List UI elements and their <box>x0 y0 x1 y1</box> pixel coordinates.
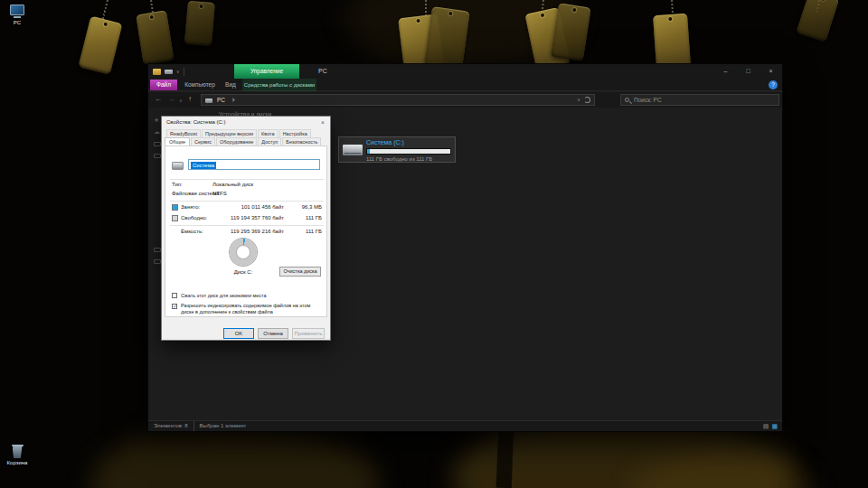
used-space-swatch-icon <box>172 204 178 211</box>
up-icon[interactable]: ↑ <box>188 95 192 103</box>
file-menu-button[interactable]: Файл <box>150 80 177 90</box>
selection-count: Выбран 1 элемент <box>193 421 247 431</box>
drive-icon <box>343 145 363 155</box>
quick-access-star-icon[interactable]: ★ <box>154 117 159 124</box>
explorer-app-icon <box>153 69 161 75</box>
drive-name: Система (C:) <box>366 139 404 145</box>
dialog-close-icon[interactable]: × <box>316 117 330 128</box>
forward-icon[interactable]: → <box>167 95 175 103</box>
pc-breadcrumb-icon <box>205 99 212 103</box>
search-input[interactable]: Поиск: PC <box>620 94 779 106</box>
items-count: Элементов: 8 <box>154 421 188 431</box>
recycle-bin-icon-lid <box>12 445 24 446</box>
desktop-icon-label: Корзина <box>2 460 33 465</box>
tab-computer[interactable]: Компьютер <box>181 79 219 91</box>
network-icon[interactable] <box>154 154 161 158</box>
tab-quota[interactable]: Квота <box>258 129 278 137</box>
pie-chart-label: Диск C: <box>216 269 270 275</box>
drive-usage-bar-used <box>367 149 370 154</box>
dialog-title: Свойства: Система (C:) <box>166 117 226 128</box>
refresh-icon[interactable] <box>584 97 590 103</box>
drive-usage-bar <box>366 148 451 155</box>
pc-icon-stand <box>14 16 21 18</box>
compress-checkbox-label[interactable]: Сжать этот диск для экономии места <box>181 293 324 299</box>
dog-tag-decoration <box>79 16 123 75</box>
type-value: Локальный диск <box>212 182 285 188</box>
chevron-down-icon[interactable]: ∨ <box>176 69 180 75</box>
breadcrumb[interactable]: PC <box>217 95 225 105</box>
capacity-label: Ёмкость: <box>181 229 203 235</box>
breadcrumb-chevron-icon[interactable] <box>231 98 234 101</box>
drive-free-space-text: 111 ГБ свободно из 111 ГБ <box>366 156 432 162</box>
this-pc-icon[interactable] <box>154 142 161 146</box>
ok-button[interactable]: OK <box>223 328 254 339</box>
index-checkbox-label[interactable]: Разрешить индексировать содержимое файло… <box>181 303 322 314</box>
help-icon[interactable]: ? <box>769 80 778 89</box>
nav-drive-icon[interactable] <box>154 259 161 264</box>
tab-hardware[interactable]: Оборудование <box>216 137 257 145</box>
check-icon: ✓ <box>173 303 177 309</box>
window-title: PC <box>318 64 327 79</box>
address-dropdown-icon[interactable]: ∨ <box>577 95 580 105</box>
dog-tag-decoration <box>551 3 591 61</box>
tab-manage[interactable]: Управление <box>234 64 299 79</box>
used-space-row: Занято: 101 011 456 байт 96,3 МБ <box>165 204 326 211</box>
type-label: Тип: <box>172 182 183 188</box>
disk-cleanup-button[interactable]: Очистка диска <box>279 267 321 277</box>
tab-tools[interactable]: Сервис <box>191 137 215 145</box>
compress-checkbox[interactable] <box>172 293 177 298</box>
tab-drive-tools[interactable]: Средства работы с дисками <box>242 79 316 91</box>
recent-locations-chevron-icon[interactable]: ∨ <box>179 98 183 103</box>
tab-sharing[interactable]: Доступ <box>258 137 281 145</box>
window-controls: – □ × <box>714 64 782 79</box>
onedrive-cloud-icon[interactable]: ☁ <box>154 128 160 136</box>
free-space-size: 111 ГБ <box>288 215 322 221</box>
explorer-addressbar: ← → ∨ ↑ PC ∨ Поиск: PC <box>148 92 782 108</box>
filesystem-row: Файловая система: NTFS <box>165 191 326 198</box>
disk-properties-dialog: Свойства: Система (C:) × ReadyBoostПреды… <box>161 116 331 341</box>
tab-view[interactable]: Вид <box>221 79 241 91</box>
dog-tag-decoration <box>136 10 174 65</box>
back-icon[interactable]: ← <box>155 95 162 103</box>
index-checkbox[interactable]: ✓ <box>172 304 177 309</box>
toolbar-separator <box>184 68 184 76</box>
ribbon-tab-bar: Файл Компьютер Вид Средства работы с дис… <box>148 79 782 91</box>
cancel-button[interactable]: Отмена <box>258 328 288 339</box>
disk-usage-pie-chart <box>230 239 257 266</box>
free-space-label: Свободно: <box>181 215 207 221</box>
desktop-icon-recycle-bin[interactable]: Корзина <box>2 445 33 465</box>
address-field[interactable]: PC ∨ <box>201 94 595 106</box>
statusbar-text: Элементов: 8 Выбран 1 элемент <box>154 421 246 431</box>
wallpaper-glow <box>90 425 380 488</box>
used-space-bytes: 101 011 456 байт <box>215 204 284 211</box>
quick-access-toolbar: ∨ <box>153 68 184 76</box>
nav-drive-icon[interactable] <box>154 248 161 252</box>
dog-tag-decoration <box>796 0 839 42</box>
drive-icon <box>172 162 184 170</box>
tab-customize[interactable]: Настройка <box>279 129 311 137</box>
type-row: Тип: Локальный диск <box>165 182 326 189</box>
tab-previous-versions[interactable]: Предыдущие версии <box>202 129 257 137</box>
used-space-size: 96,3 МБ <box>288 204 322 211</box>
drive-item-system-c[interactable]: Система (C:) 111 ГБ свободно из 111 ГБ <box>338 136 456 163</box>
tab-readyboost[interactable]: ReadyBoost <box>166 129 201 137</box>
maximize-button[interactable]: □ <box>737 64 760 79</box>
separator <box>170 225 324 226</box>
drive-label-input[interactable]: Система <box>188 159 320 170</box>
apply-button[interactable]: Применить <box>292 328 325 339</box>
drive-toolbar-icon[interactable] <box>165 70 173 74</box>
free-space-swatch-icon <box>172 215 178 221</box>
drive-label-selected-text: Система <box>191 162 216 169</box>
close-button[interactable]: × <box>760 64 782 79</box>
tab-security[interactable]: Безопасность <box>282 137 321 145</box>
capacity-size: 111 ГБ <box>288 229 322 235</box>
desktop-icon-pc[interactable]: PC <box>2 5 33 25</box>
recycle-bin-icon <box>13 446 23 458</box>
explorer-titlebar[interactable]: ∨ Управление PC – □ × <box>148 64 782 79</box>
large-icons-view-icon[interactable]: ▦ <box>771 422 778 431</box>
free-space-bytes: 119 194 357 760 байт <box>215 215 284 221</box>
separator <box>170 201 324 202</box>
minimize-button[interactable]: – <box>714 64 737 79</box>
dog-tag-decoration <box>184 1 215 46</box>
details-view-icon[interactable]: ▤ <box>763 422 769 431</box>
